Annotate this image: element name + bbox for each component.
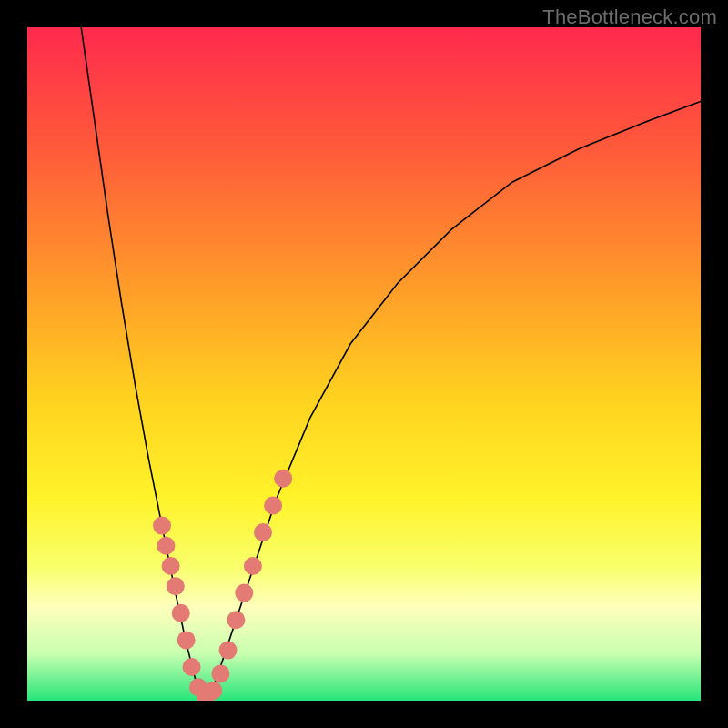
curve-marker: [211, 664, 229, 682]
plot-area: [27, 27, 701, 701]
curve-marker: [204, 682, 222, 700]
curve-marker: [235, 584, 253, 602]
curve-marker: [254, 523, 272, 541]
curve-marker: [264, 496, 282, 514]
curve-marker: [274, 470, 292, 488]
watermark-text: TheBottleneck.com: [542, 5, 717, 29]
curve-marker: [162, 557, 180, 575]
curve-marker: [219, 642, 238, 660]
chart-frame: TheBottleneck.com: [0, 0, 728, 728]
curve-marker: [153, 517, 171, 535]
gradient-background: [27, 27, 701, 701]
curve-marker: [183, 658, 201, 676]
curve-marker: [167, 577, 185, 595]
chart-svg: [27, 27, 701, 701]
curve-marker: [227, 611, 245, 629]
curve-marker: [177, 631, 196, 649]
curve-marker: [172, 604, 190, 622]
curve-marker: [157, 537, 175, 555]
curve-marker: [244, 557, 262, 575]
